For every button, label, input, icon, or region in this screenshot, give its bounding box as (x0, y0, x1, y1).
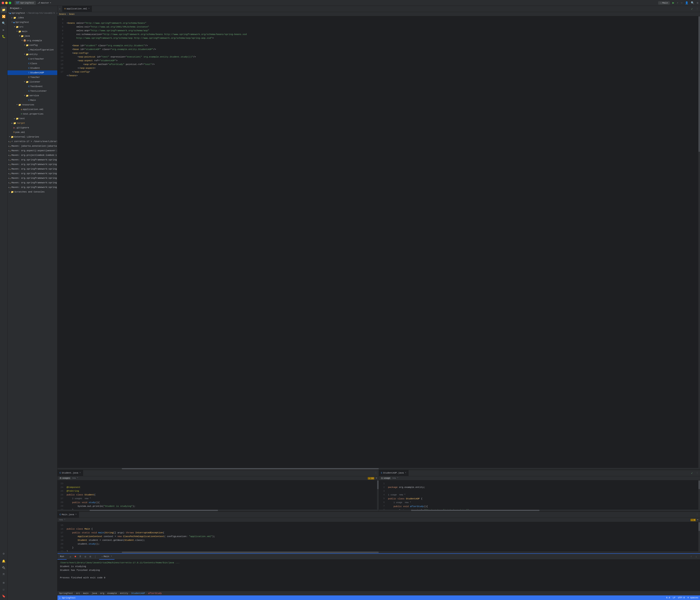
sidebar-item-gitignore[interactable]: ⊗ .gitignore (7, 125, 57, 130)
bc-org[interactable]: org (100, 592, 104, 595)
activity-run[interactable]: ▶ (1, 27, 7, 33)
rerun-button[interactable]: ↺ (68, 555, 72, 559)
bc-main[interactable]: main (83, 592, 89, 595)
sidebar-item-java[interactable]: ▼ 📁 java (7, 34, 57, 38)
bc-example[interactable]: example (107, 592, 117, 595)
sidebar-item-target[interactable]: ▶ 📁 target (7, 121, 57, 125)
bc-afterstudy[interactable]: afterStudy (148, 592, 162, 595)
activity-settings[interactable]: ⚙ (1, 550, 7, 557)
sidebar-item-main-configuration[interactable]: C MainConfiguration (7, 48, 57, 52)
studentaop-scrollbar-h[interactable] (379, 510, 700, 511)
sidebar-item-class[interactable]: C Class (7, 61, 57, 66)
sidebar-item-spring-aspects[interactable]: ▶ ☕ Maven: org.springframework:spring-as… (7, 162, 57, 167)
profile-button[interactable]: 👤 (685, 1, 688, 5)
maximize-button[interactable] (9, 2, 11, 4)
tab-close-xml[interactable]: × (88, 7, 90, 10)
sidebar-item-testlistener[interactable]: C TestListener (7, 89, 57, 93)
main-expand-btn[interactable]: ▼ (697, 519, 698, 521)
sidebar-item-org-example[interactable]: ▼ 📦 org.example (7, 38, 57, 43)
sidebar-item-src[interactable]: ▼ 📁 src (7, 25, 57, 29)
student-tab-menu[interactable]: ⋮ (373, 472, 379, 474)
main-code-area[interactable]: public class Main { public static void m… (65, 522, 698, 551)
sidebar-item-external-libs[interactable]: ▼ 📁 External Libraries (7, 135, 57, 139)
sidebar-item-corretto[interactable]: ▶ ☕ < corretto-17 > /Users/eve/Library/J… (7, 139, 57, 144)
minimize-button[interactable] (5, 2, 8, 4)
settings-button[interactable]: ⚙ (697, 1, 698, 5)
studentaop-scrollbar[interactable] (698, 480, 700, 510)
studentaop-code-area[interactable]: package org.example.entity; 1 usage new … (386, 480, 699, 510)
run-config[interactable]: ▭ Main (658, 1, 670, 5)
student-code-area[interactable]: @Component @ToString public class Studen… (65, 480, 377, 510)
xml-code-area[interactable]: <beans xmlns="http://www.springframework… (65, 16, 698, 468)
activity-debug[interactable]: 🐛 (1, 33, 7, 40)
sidebar-item-aspectj[interactable]: ▶ ☕ Maven: org.aspectj:aspectjweaver:1.9… (7, 148, 57, 153)
sidebar-item-springtest[interactable]: ▼ ◉ SpringTest (7, 20, 57, 25)
sidebar-item-jakarta[interactable]: ▶ ☕ Maven: jakarta.annotation:jakarta.an… (7, 144, 57, 148)
tab-close-studentaop[interactable]: × (405, 472, 406, 474)
activity-terminal[interactable]: ⊞ (1, 580, 7, 586)
sidebar-item-spring-core[interactable]: ▶ ☕ Maven: org.springframework:spring-co… (7, 176, 57, 181)
project-selector[interactable]: ST SpringTest (15, 1, 36, 5)
activity-plugins[interactable]: 🔌 (1, 565, 7, 571)
xml-scrollbar[interactable] (698, 16, 700, 468)
bc-java[interactable]: java (92, 592, 97, 595)
studentaop-tab-menu[interactable]: ⋮ (694, 472, 700, 474)
sidebar-item-studentaop[interactable]: C StudentAOP (7, 70, 57, 75)
sidebar-item-listener[interactable]: ▼ 📁 listener (7, 79, 57, 84)
student-scrollbar[interactable] (377, 480, 379, 510)
sidebar-item-student[interactable]: C Student (7, 66, 57, 70)
stop-button[interactable]: ■ (73, 555, 77, 559)
main-scrollbar[interactable] (698, 522, 700, 551)
sidebar-item-test[interactable]: ▶ 📁 test (7, 116, 57, 121)
sidebar-item-testevent[interactable]: C TestEvent (7, 84, 57, 89)
sidebar-item-spring-context[interactable]: ▶ ☕ Maven: org.springframework:spring-co… (7, 171, 57, 176)
xml-scrollbar-h[interactable] (57, 468, 700, 470)
sidebar-item-resources[interactable]: ▼ 📁 resources (7, 102, 57, 107)
branch-selector[interactable]: ⎇ master ▾ (38, 1, 51, 4)
activity-tasks[interactable]: ☑ (1, 586, 7, 593)
sidebar-item-idea[interactable]: ▶ 📁 .idea (7, 16, 57, 20)
sidebar-item-main-java[interactable]: C Main (7, 98, 57, 102)
tab-application-xml[interactable]: ⚙ application.xml × (62, 6, 92, 12)
sidebar-item-service[interactable]: ▼ 📁 service (7, 93, 57, 98)
activity-project[interactable]: 📁 (1, 7, 7, 13)
tab-studentaop-java[interactable]: C StudentAOP.java × (379, 470, 409, 476)
settings-term-btn[interactable]: ⚙ (83, 555, 88, 559)
bc-studentaop[interactable]: StudentAOP (131, 592, 145, 595)
more-term-btn[interactable]: ⋮ (93, 555, 97, 559)
activity-bookmarks[interactable]: 🔖 (1, 593, 7, 599)
bc-entity[interactable]: entity (120, 592, 128, 595)
scroll-up-btn[interactable]: ↑ (689, 555, 693, 559)
sidebar-item-teacher[interactable]: C Teacher (7, 75, 57, 79)
terminal-tab-run[interactable]: Run (57, 554, 67, 559)
sidebar-header[interactable]: Project ▾ (7, 6, 57, 11)
debug-button[interactable]: ⚡ (677, 1, 679, 5)
main-scrollbar-h[interactable] (57, 551, 700, 553)
sidebar-item-entity[interactable]: ▼ 📁 entity (7, 52, 57, 57)
run-button[interactable]: ▶ (672, 1, 674, 5)
more-button[interactable]: ⋯ (681, 1, 682, 5)
sidebar-item-spring-jcl[interactable]: ▶ ☕ Maven: org.springframework:spring-jc… (7, 185, 57, 190)
bc-src[interactable]: src (76, 592, 80, 595)
sidebar-item-springtest-root[interactable]: ▼ ◉ SpringTest ~/Desktop/CS/JavaEE/2 Jav… (7, 11, 57, 16)
sidebar-item-main[interactable]: ▼ 📁 main (7, 29, 57, 34)
sidebar-item-pom[interactable]: M pom.xml (7, 130, 57, 135)
sidebar-item-lombok[interactable]: ▶ ☕ Maven: org.projectlombok:lombok:1.18… (7, 153, 57, 158)
activity-notifications[interactable]: 🔔 (1, 558, 7, 564)
sidebar-item-test-props[interactable]: ≡ test.properties (7, 112, 57, 116)
sidebar-item-app-xml[interactable]: ⚙ application.xml (7, 107, 57, 112)
activity-git[interactable]: M (1, 571, 7, 577)
bc-springtest[interactable]: SpringTest (59, 592, 73, 595)
sidebar-item-scratches[interactable]: ▶ 📁 Scratches and Consoles (7, 190, 57, 194)
student-scrollbar-h[interactable] (57, 510, 379, 511)
tab-menu-button[interactable]: ⋮ (694, 7, 700, 10)
search-button[interactable]: 🔍 (691, 1, 694, 5)
sidebar-item-spring-expression[interactable]: ▶ ☕ Maven: org.springframework:spring-ex… (7, 181, 57, 185)
pause-button[interactable]: ⏸ (78, 555, 82, 559)
close-button[interactable] (2, 2, 4, 4)
activity-vcs[interactable]: 🔀 (1, 13, 7, 20)
main-tab-menu[interactable]: ⋮ (694, 513, 700, 516)
student-expand-btn[interactable]: ▼ (376, 477, 377, 479)
sidebar-item-config[interactable]: ▼ 📁 config (7, 43, 57, 48)
scroll-down-btn[interactable]: ↓ (694, 555, 698, 559)
